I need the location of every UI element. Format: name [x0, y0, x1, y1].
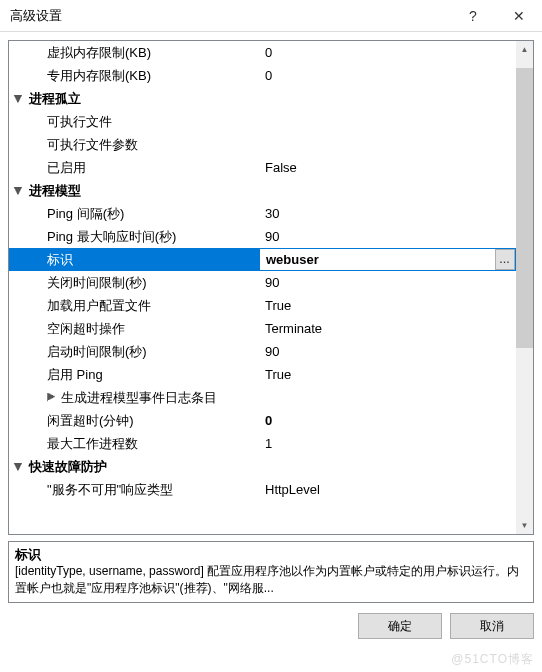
- close-button[interactable]: ✕: [496, 0, 542, 32]
- property-grid: 虚拟内存限制(KB)0专用内存限制(KB)0⯆进程孤立可执行文件可执行文件参数已…: [8, 40, 534, 535]
- property-value[interactable]: 90: [259, 225, 516, 248]
- property-label: 可执行文件: [27, 110, 259, 133]
- property-value[interactable]: [259, 110, 516, 133]
- scroll-down-button[interactable]: ▼: [516, 517, 533, 534]
- property-value-text: 0: [265, 413, 272, 428]
- ellipsis-button[interactable]: ...: [495, 249, 515, 270]
- property-value[interactable]: HttpLevel: [259, 478, 516, 501]
- property-row[interactable]: 空闲超时操作Terminate: [9, 317, 516, 340]
- property-row[interactable]: 加载用户配置文件True: [9, 294, 516, 317]
- property-label-text: 加载用户配置文件: [45, 297, 151, 315]
- property-value[interactable]: Terminate: [259, 317, 516, 340]
- expander-icon[interactable]: ⯆: [9, 461, 27, 472]
- property-row[interactable]: 最大工作进程数1: [9, 432, 516, 455]
- property-value[interactable]: 0: [259, 409, 516, 432]
- property-value[interactable]: webuser...: [259, 248, 516, 271]
- property-label: "服务不可用"响应类型: [27, 478, 259, 501]
- property-label: 进程模型: [27, 179, 259, 202]
- property-label-text: Ping 间隔(秒): [45, 205, 124, 223]
- property-label-text: Ping 最大响应时间(秒): [45, 228, 176, 246]
- property-value[interactable]: [259, 386, 516, 409]
- property-row[interactable]: 启动时间限制(秒)90: [9, 340, 516, 363]
- property-row[interactable]: ⯈生成进程模型事件日志条目: [9, 386, 516, 409]
- property-label: 进程孤立: [27, 87, 259, 110]
- expander-icon[interactable]: ⯆: [9, 185, 27, 196]
- property-label: 空闲超时操作: [27, 317, 259, 340]
- property-label: 关闭时间限制(秒): [27, 271, 259, 294]
- property-value[interactable]: 90: [259, 271, 516, 294]
- property-row[interactable]: "服务不可用"响应类型HttpLevel: [9, 478, 516, 501]
- property-row[interactable]: Ping 最大响应时间(秒)90: [9, 225, 516, 248]
- property-value[interactable]: 0: [259, 64, 516, 87]
- property-value[interactable]: True: [259, 294, 516, 317]
- property-row[interactable]: 已启用False: [9, 156, 516, 179]
- property-row[interactable]: 可执行文件参数: [9, 133, 516, 156]
- property-label-text: 最大工作进程数: [45, 435, 138, 453]
- property-value-text: False: [265, 160, 297, 175]
- watermark: @51CTO博客: [451, 651, 534, 668]
- dialog-buttons: 确定 取消: [0, 603, 542, 639]
- property-row[interactable]: 启用 PingTrue: [9, 363, 516, 386]
- scroll-track[interactable]: [516, 58, 533, 517]
- property-label: Ping 最大响应时间(秒): [27, 225, 259, 248]
- property-label-text: 启用 Ping: [45, 366, 103, 384]
- property-value-text: 90: [265, 229, 279, 244]
- property-value[interactable]: False: [259, 156, 516, 179]
- property-label: 最大工作进程数: [27, 432, 259, 455]
- property-label-text: 快速故障防护: [27, 458, 107, 476]
- property-label: 启动时间限制(秒): [27, 340, 259, 363]
- property-label-text: 进程孤立: [27, 90, 81, 108]
- property-label: 闲置超时(分钟): [27, 409, 259, 432]
- property-value: [259, 455, 516, 478]
- scroll-thumb[interactable]: [516, 68, 533, 348]
- property-label: 标识: [27, 248, 259, 271]
- property-label-text: 空闲超时操作: [45, 320, 125, 338]
- window-title: 高级设置: [10, 7, 450, 25]
- description-title: 标识: [15, 546, 527, 563]
- property-row[interactable]: 专用内存限制(KB)0: [9, 64, 516, 87]
- vertical-scrollbar[interactable]: ▲ ▼: [516, 41, 533, 534]
- property-value[interactable]: 30: [259, 202, 516, 225]
- property-label: 加载用户配置文件: [27, 294, 259, 317]
- category-header[interactable]: ⯆进程孤立: [9, 87, 516, 110]
- property-label: 专用内存限制(KB): [27, 64, 259, 87]
- description-text: [identityType, username, password] 配置应用程…: [15, 563, 527, 597]
- help-button[interactable]: ?: [450, 0, 496, 32]
- property-label-text: 可执行文件参数: [45, 136, 138, 154]
- property-value[interactable]: 1: [259, 432, 516, 455]
- property-label-text: 标识: [45, 251, 73, 269]
- content-area: 虚拟内存限制(KB)0专用内存限制(KB)0⯆进程孤立可执行文件可执行文件参数已…: [0, 32, 542, 603]
- category-header[interactable]: ⯆快速故障防护: [9, 455, 516, 478]
- property-row[interactable]: Ping 间隔(秒)30: [9, 202, 516, 225]
- property-label-text: 进程模型: [27, 182, 81, 200]
- property-row[interactable]: 关闭时间限制(秒)90: [9, 271, 516, 294]
- property-value-text: 90: [265, 344, 279, 359]
- property-label-text: 可执行文件: [45, 113, 112, 131]
- property-value[interactable]: 90: [259, 340, 516, 363]
- scroll-up-button[interactable]: ▲: [516, 41, 533, 58]
- property-value-text: True: [265, 298, 291, 313]
- property-label-text: 专用内存限制(KB): [45, 67, 151, 85]
- property-label-text: 关闭时间限制(秒): [45, 274, 147, 292]
- property-value[interactable]: [259, 133, 516, 156]
- ok-button[interactable]: 确定: [358, 613, 442, 639]
- property-value-text: 1: [265, 436, 272, 451]
- expander-icon[interactable]: ⯈: [45, 392, 59, 403]
- property-value-text: Terminate: [265, 321, 322, 336]
- property-row[interactable]: 标识webuser...: [9, 248, 516, 271]
- category-header[interactable]: ⯆进程模型: [9, 179, 516, 202]
- property-label-text: 已启用: [45, 159, 86, 177]
- property-label: 启用 Ping: [27, 363, 259, 386]
- property-value-text: 0: [265, 45, 272, 60]
- property-value[interactable]: 0: [259, 41, 516, 64]
- property-label-text: 闲置超时(分钟): [45, 412, 134, 430]
- property-row[interactable]: 虚拟内存限制(KB)0: [9, 41, 516, 64]
- property-value-text: HttpLevel: [265, 482, 320, 497]
- property-row[interactable]: 可执行文件: [9, 110, 516, 133]
- property-value[interactable]: True: [259, 363, 516, 386]
- cancel-button[interactable]: 取消: [450, 613, 534, 639]
- property-row[interactable]: 闲置超时(分钟)0: [9, 409, 516, 432]
- property-value-text: True: [265, 367, 291, 382]
- expander-icon[interactable]: ⯆: [9, 93, 27, 104]
- property-value-text: webuser: [266, 252, 319, 267]
